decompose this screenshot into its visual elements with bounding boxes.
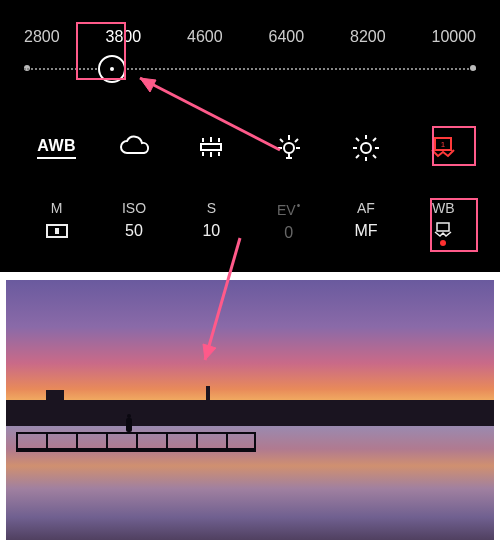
svg-point-15: [361, 143, 371, 153]
kelvin-4600[interactable]: 4600: [187, 28, 223, 52]
center-metering-icon: [46, 224, 68, 238]
photo-person: [126, 418, 132, 432]
wb-preset-cloudy[interactable]: [112, 128, 156, 168]
svg-rect-26: [437, 223, 449, 231]
cloud-icon: [117, 137, 151, 159]
svg-line-20: [356, 138, 359, 141]
shutter-value: 10: [186, 222, 236, 240]
settings-row: M ISO 50 S 10 EV• 0 AF MF WB: [0, 200, 500, 252]
ev-label: EV•: [264, 200, 314, 218]
kelvin-8200[interactable]: 8200: [350, 28, 386, 52]
custom-wb-small-icon: [418, 222, 468, 246]
svg-line-13: [280, 139, 283, 142]
wb-preset-row: AWB: [0, 128, 500, 168]
wb-active-dot: [440, 240, 446, 246]
setting-mode[interactable]: M: [32, 200, 82, 241]
iso-label: ISO: [109, 200, 159, 216]
shutter-label: S: [186, 200, 236, 216]
wb-label: WB: [418, 200, 468, 216]
sample-photo: [6, 280, 494, 540]
mode-label: M: [32, 200, 82, 216]
kelvin-2800[interactable]: 2800: [24, 28, 60, 52]
focus-label: AF: [341, 200, 391, 216]
track-dots: [24, 68, 476, 70]
svg-rect-0: [201, 144, 221, 150]
kelvin-10000[interactable]: 10000: [432, 28, 477, 52]
camera-pro-panel: 2800 3800 4600 6400 8200 10000 AWB: [0, 0, 500, 272]
kelvin-3800[interactable]: 3800: [106, 28, 142, 52]
setting-wb[interactable]: WB: [418, 200, 468, 246]
kelvin-scale[interactable]: 2800 3800 4600 6400 8200 10000: [0, 28, 500, 52]
svg-line-14: [295, 139, 298, 142]
wb-preset-custom[interactable]: 1: [421, 128, 465, 168]
svg-line-21: [373, 155, 376, 158]
wb-preset-daylight[interactable]: [344, 128, 388, 168]
awb-label: AWB: [37, 137, 76, 159]
iso-value: 50: [109, 222, 159, 240]
custom-wb-icon: 1: [428, 135, 458, 161]
setting-shutter[interactable]: S 10: [186, 200, 236, 240]
focus-value: MF: [341, 222, 391, 240]
svg-line-23: [373, 138, 376, 141]
kelvin-6400[interactable]: 6400: [269, 28, 305, 52]
track-max-dot: [470, 65, 476, 71]
bulb-icon: [274, 133, 304, 163]
photo-pier: [16, 428, 256, 454]
wb-preset-fluorescent[interactable]: [189, 128, 233, 168]
setting-ev[interactable]: EV• 0: [264, 200, 314, 242]
fluorescent-icon: [197, 135, 225, 161]
sun-icon: [351, 133, 381, 163]
setting-focus[interactable]: AF MF: [341, 200, 391, 240]
svg-line-22: [356, 155, 359, 158]
kelvin-slider-knob[interactable]: [98, 55, 126, 83]
setting-iso[interactable]: ISO 50: [109, 200, 159, 240]
photo-skyline: [6, 400, 494, 426]
kelvin-slider-track[interactable]: [24, 63, 476, 75]
wb-preset-awb[interactable]: AWB: [35, 128, 79, 168]
svg-text:1: 1: [441, 140, 446, 149]
svg-point-7: [284, 143, 294, 153]
ev-value: 0: [264, 224, 314, 242]
wb-preset-incandescent[interactable]: [267, 128, 311, 168]
